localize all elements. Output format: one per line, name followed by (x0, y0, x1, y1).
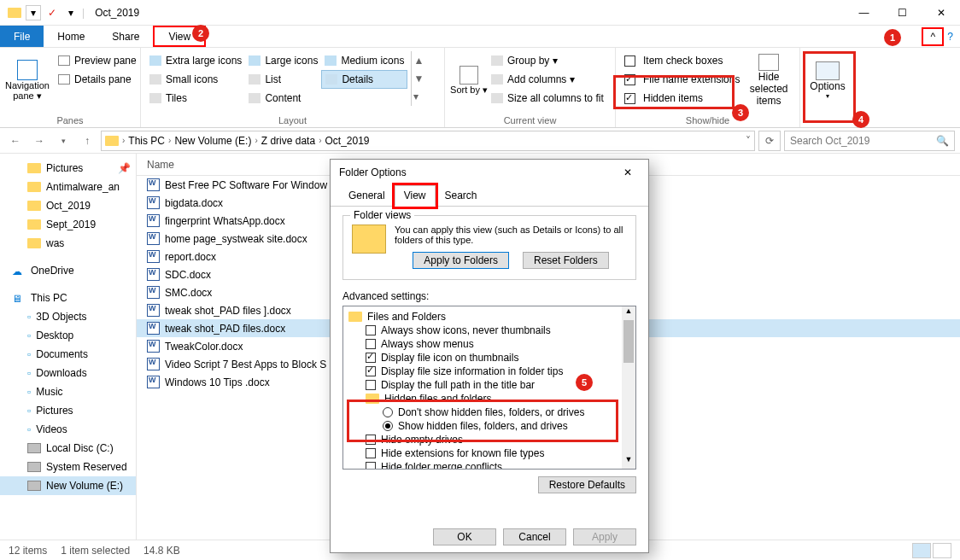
back-button[interactable]: ← (5, 131, 26, 151)
dont-show-hidden-radio[interactable]: Don't show hidden files, folders, or dri… (347, 405, 618, 419)
file-name: tweak shot_PAD files ].docx (165, 305, 291, 317)
size-columns-icon (491, 93, 503, 103)
large-icons-button[interactable]: Large icons (245, 51, 321, 70)
word-document-icon (147, 250, 160, 263)
advanced-setting-checkbox[interactable]: Hide empty drives (347, 433, 618, 446)
hide-selected-items-button[interactable]: Hide selected items (743, 51, 794, 109)
collapse-ribbon-button[interactable]: ^ (922, 27, 944, 46)
advanced-settings-list[interactable]: Files and Folders Always show icons, nev… (342, 306, 636, 470)
list-view-button[interactable]: List (245, 70, 321, 89)
sidebar-item[interactable]: ▫Documents (0, 345, 136, 364)
tab-share[interactable]: Share (98, 26, 153, 47)
apply-to-folders-button[interactable]: Apply to Folders (413, 252, 509, 269)
show-hidden-radio[interactable]: Show hidden files, folders, and drives (347, 419, 618, 433)
sidebar-item[interactable]: Sept_2019 (0, 215, 136, 234)
restore-defaults-button[interactable]: Restore Defaults (538, 476, 636, 493)
group-by-button[interactable]: Group by ▾ (488, 51, 607, 70)
sidebar-item[interactable]: Local Disc (C:) (0, 439, 136, 458)
extra-large-icons-button[interactable]: Extra large icons (146, 51, 245, 70)
refresh-button[interactable]: ⟳ (758, 131, 781, 151)
hide-selected-icon (758, 54, 779, 71)
breadcrumb-folder-icon (105, 136, 119, 146)
minimize-button[interactable]: — (845, 0, 883, 26)
sidebar-item-this-pc[interactable]: 🖥This PC (0, 289, 136, 307)
sidebar-item[interactable]: System Reserved (0, 458, 136, 476)
breadcrumb-dropdown-icon[interactable]: ˅ (746, 135, 751, 147)
properties-icon[interactable]: ✓ (44, 5, 60, 20)
details-view-button[interactable]: Details (321, 70, 407, 89)
sidebar-item[interactable]: Oct_2019 (0, 196, 136, 215)
breadcrumb[interactable]: › This PC› New Volume (E:)› Z drive data… (101, 131, 755, 151)
folder-views-icon (352, 225, 386, 254)
ribbon: Navigation pane ▾ Preview pane Details p… (0, 48, 960, 128)
apply-button[interactable]: Apply (573, 528, 636, 545)
file-name-extensions-toggle[interactable]: File name extensions (621, 70, 743, 89)
advanced-setting-checkbox[interactable]: Always show menus (347, 337, 618, 351)
quick-access-dropdown-icon[interactable]: ▾ (26, 5, 41, 20)
help-icon[interactable]: ? (947, 31, 953, 43)
word-document-icon (147, 178, 160, 191)
advanced-setting-checkbox[interactable]: Display file icon on thumbnails (347, 351, 618, 365)
preview-pane-button[interactable]: Preview pane (55, 51, 140, 70)
navigation-tree[interactable]: Pictures📌 Antimalware_an Oct_2019 Sept_2… (0, 154, 137, 540)
advanced-setting-checkbox[interactable]: Hide extensions for known file types (347, 446, 618, 460)
details-view-switch[interactable] (912, 543, 931, 558)
sidebar-item[interactable]: was (0, 234, 136, 253)
hidden-items-toggle[interactable]: Hidden items (621, 89, 743, 108)
tiles-view-button[interactable]: Tiles (146, 89, 245, 108)
reset-folders-button[interactable]: Reset Folders (523, 252, 609, 269)
file-name: SDC.docx (165, 269, 211, 281)
sidebar-item[interactable]: Antimalware_an (0, 178, 136, 196)
history-dropdown-icon[interactable]: ▾ (53, 131, 73, 151)
sidebar-item-pictures-qa[interactable]: Pictures📌 (0, 159, 136, 178)
tab-file[interactable]: File (0, 26, 44, 47)
sidebar-item[interactable]: ▫3D Objects (0, 307, 136, 326)
hidden-files-folders-header: Hidden files and folders (384, 393, 491, 405)
file-name: fingerprint WhatsApp.docx (165, 215, 285, 227)
advanced-settings-scrollbar[interactable]: ▲ ▼ (622, 306, 635, 469)
dialog-tab-view[interactable]: View (395, 185, 436, 207)
tab-home[interactable]: Home (44, 26, 98, 47)
sidebar-item[interactable]: ▫Videos (0, 420, 136, 439)
sidebar-item[interactable]: New Volume (E:) (0, 476, 136, 495)
dialog-close-button[interactable]: ✕ (616, 163, 640, 182)
small-icons-button[interactable]: Small icons (146, 70, 245, 89)
search-input[interactable]: Search Oct_2019 🔍 (784, 131, 955, 151)
forward-button[interactable]: → (29, 131, 50, 151)
sidebar-item[interactable]: ▫Downloads (0, 364, 136, 382)
medium-icons-button[interactable]: Medium icons (321, 51, 407, 70)
sidebar-item[interactable]: ▫Desktop (0, 326, 136, 345)
sidebar-item[interactable]: ▫Music (0, 382, 136, 401)
search-placeholder: Search Oct_2019 (790, 135, 869, 147)
close-button[interactable]: ✕ (922, 0, 960, 26)
navigation-pane-button[interactable]: Navigation pane ▾ (5, 51, 50, 109)
up-button[interactable]: ↑ (77, 131, 97, 151)
qat-overflow-icon[interactable]: ▾ (63, 5, 79, 20)
layout-scroll-icon[interactable]: ▲▼▾ (411, 51, 423, 106)
sidebar-item[interactable]: ▫Pictures (0, 401, 136, 420)
size-columns-button[interactable]: Size all columns to fit (488, 89, 607, 108)
large-icons-icon (249, 55, 260, 66)
large-icons-view-switch[interactable] (933, 543, 951, 558)
advanced-setting-checkbox[interactable]: Always show icons, never thumbnails (347, 324, 618, 337)
maximize-button[interactable]: ☐ (883, 0, 922, 26)
options-button[interactable]: Options ▾ (805, 51, 850, 109)
details-pane-button[interactable]: Details pane (55, 70, 140, 89)
word-document-icon (147, 340, 160, 353)
ok-button[interactable]: OK (433, 528, 496, 545)
window-titlebar: ▾ ✓ ▾ | Oct_2019 — ☐ ✕ (0, 0, 960, 26)
cancel-button[interactable]: Cancel (503, 528, 566, 545)
add-columns-button[interactable]: Add columns ▾ (488, 70, 607, 89)
word-document-icon (147, 286, 160, 299)
dialog-tab-general[interactable]: General (339, 185, 395, 206)
layout-group-label: Layout (141, 115, 444, 127)
advanced-setting-checkbox[interactable]: Hide folder merge conflicts (347, 460, 618, 470)
folder-icon (7, 5, 22, 20)
content-view-button[interactable]: Content (245, 89, 321, 108)
sort-by-button[interactable]: Sort by ▾ (450, 51, 488, 109)
item-check-boxes-toggle[interactable]: Item check boxes (621, 51, 743, 70)
sidebar-item-onedrive[interactable]: ☁OneDrive (0, 261, 136, 280)
file-name: bigdata.docx (165, 197, 223, 209)
this-pc-icon: 🖥 (12, 293, 26, 303)
dialog-tab-search[interactable]: Search (436, 185, 487, 206)
